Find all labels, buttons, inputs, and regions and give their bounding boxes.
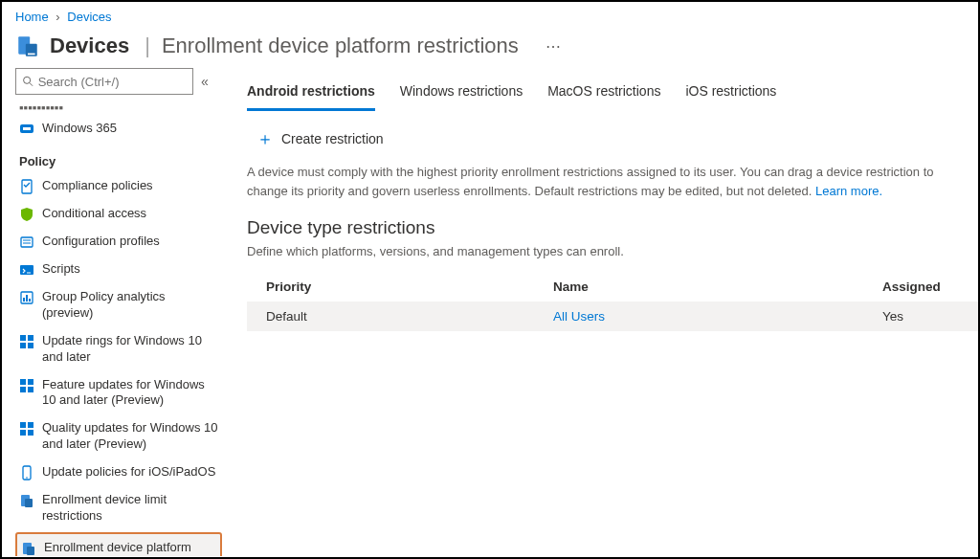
learn-more-link[interactable]: Learn more. [815,184,882,198]
analytics-icon [19,290,34,305]
profile-icon [19,235,34,250]
sidebar-item-config[interactable]: Configuration profiles [15,228,222,256]
plus-icon: ＋ [256,130,274,147]
svg-rect-25 [28,422,33,428]
search-input-wrapper[interactable] [15,68,193,95]
svg-rect-8 [21,237,33,247]
svg-point-3 [24,77,31,83]
sidebar-item-update-rings[interactable]: Update rings for Windows 10 and later [15,327,222,371]
sidebar-item-scripts[interactable]: Scripts [15,256,222,283]
devices-icon [15,34,40,58]
shield-icon [19,207,34,222]
svg-rect-27 [28,430,33,436]
search-icon [22,75,34,88]
main-content: Android restrictions Windows restriction… [224,68,978,556]
svg-rect-23 [28,387,33,392]
svg-rect-33 [27,547,34,555]
sidebar-item-platform-restrictions[interactable]: Enrollment device platform restrictions [15,532,222,556]
sidebar-item-compliance[interactable]: Compliance policies [15,172,222,200]
scripts-icon [19,262,34,278]
cloud-pc-icon [19,122,34,137]
cell-assigned: Yes [882,309,959,324]
svg-line-4 [30,83,33,86]
sidebar-item-feature-updates[interactable]: Feature updates for Windows 10 and later… [15,371,222,415]
breadcrumb-devices[interactable]: Devices [67,10,111,24]
svg-rect-6 [23,127,31,130]
sidebar-section-policy: Policy [15,143,222,172]
svg-rect-22 [20,387,26,392]
create-restriction-button[interactable]: ＋ Create restriction [256,130,384,147]
section-subtext: Define which platforms, versions, and ma… [247,244,978,258]
page-subtitle: Enrollment device platform restrictions [162,34,519,58]
sidebar-item-limit-restrictions[interactable]: Enrollment device limit restrictions [15,486,222,530]
svg-rect-15 [29,299,31,302]
limit-icon [19,493,34,508]
page-title: Devices [50,34,129,58]
svg-rect-13 [23,298,25,302]
windows-icon [19,334,34,349]
section-heading: Device type restrictions [247,217,978,238]
svg-rect-21 [28,379,33,385]
svg-rect-14 [26,295,28,302]
col-priority[interactable]: Priority [266,280,553,294]
tab-windows[interactable]: Windows restrictions [400,78,523,111]
windows-icon [19,378,34,393]
page-header: Devices | Enrollment device platform res… [2,28,978,68]
cell-name[interactable]: All Users [553,309,882,324]
tab-android[interactable]: Android restrictions [247,78,375,111]
svg-rect-26 [20,430,26,436]
breadcrumb-home[interactable]: Home [15,10,49,24]
svg-rect-7 [22,180,32,193]
mobile-icon [19,465,34,481]
truncated-indicator: ▪▪▪▪▪▪▪▪▪▪ [15,101,222,115]
svg-rect-19 [28,343,33,348]
platform-icon [21,541,36,556]
table-header-row: Priority Name Assigned [247,272,978,302]
sidebar-item-conditional[interactable]: Conditional access [15,200,222,228]
tab-macos[interactable]: MacOS restrictions [547,78,660,111]
svg-rect-18 [20,343,26,348]
search-input[interactable] [38,75,187,89]
sidebar: « ▪▪▪▪▪▪▪▪▪▪ Windows 365 Policy Complian… [2,68,224,556]
sidebar-item-ios-updates[interactable]: Update policies for iOS/iPadOS [15,458,222,486]
svg-rect-31 [25,499,33,507]
cell-priority: Default [266,309,553,324]
tab-ios[interactable]: iOS restrictions [685,78,776,111]
breadcrumb: Home › Devices [2,2,978,28]
col-assigned[interactable]: Assigned [882,280,959,294]
svg-rect-16 [20,335,26,341]
table-row[interactable]: Default All Users Yes [247,302,978,331]
windows-icon [19,421,34,436]
svg-rect-17 [28,335,33,341]
col-name[interactable]: Name [553,280,882,294]
collapse-sidebar-icon[interactable]: « [201,74,209,89]
svg-rect-24 [20,422,26,428]
svg-rect-20 [20,379,26,385]
svg-point-29 [26,477,28,479]
compliance-icon [19,179,34,194]
restrictions-table: Priority Name Assigned Default All Users… [247,272,978,331]
tabs: Android restrictions Windows restriction… [247,78,978,111]
description-text: A device must comply with the highest pr… [247,163,978,200]
sidebar-item-quality-updates[interactable]: Quality updates for Windows 10 and later… [15,414,222,458]
svg-rect-2 [28,54,35,56]
sidebar-item-gpo[interactable]: Group Policy analytics (preview) [15,283,222,327]
more-icon[interactable]: ⋯ [546,37,562,56]
chevron-right-icon: › [56,10,59,24]
sidebar-item-windows365[interactable]: Windows 365 [15,115,222,143]
